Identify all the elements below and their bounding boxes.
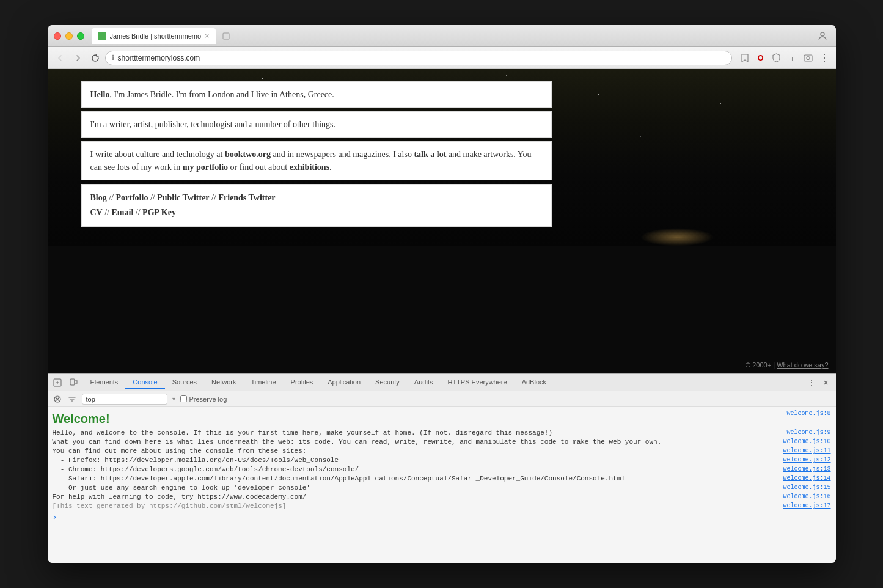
- secure-icon: ℹ: [112, 54, 114, 62]
- svg-point-3: [807, 57, 810, 60]
- tab-application[interactable]: Application: [320, 376, 368, 389]
- devtools-toolbar: Elements Console Sources Network Timelin…: [48, 374, 836, 391]
- tab-favicon: [98, 32, 106, 40]
- tab-close-icon[interactable]: ×: [205, 32, 210, 40]
- svg-rect-6: [75, 380, 77, 384]
- filter-dropdown-arrow[interactable]: ▾: [172, 395, 175, 402]
- reload-button[interactable]: [89, 52, 101, 64]
- console-text: [This text generated by https://github.c…: [53, 502, 779, 510]
- tab-timeline[interactable]: Timeline: [243, 376, 283, 389]
- tab-sources[interactable]: Sources: [165, 376, 204, 389]
- intro-text-1: , I'm James Bridle. I'm from London and …: [109, 90, 334, 99]
- email-link[interactable]: Email: [112, 208, 134, 217]
- copyright-text: © 2000+ |: [746, 361, 777, 369]
- close-button[interactable]: [54, 32, 61, 40]
- devtools-panel: Elements Console Sources Network Timelin…: [48, 373, 836, 563]
- box3-after2: or find out about: [228, 163, 290, 172]
- pgp-key-link[interactable]: PGP Key: [142, 208, 176, 217]
- maximize-button[interactable]: [77, 32, 84, 40]
- intro-box-3: I write about culture and technology at …: [81, 141, 552, 180]
- console-filter-button[interactable]: [67, 394, 77, 404]
- console-line: - Firefox: https://developer.mozilla.org…: [48, 456, 836, 465]
- back-button[interactable]: [53, 51, 67, 65]
- tab-elements[interactable]: Elements: [83, 376, 126, 389]
- tab-security[interactable]: Security: [368, 376, 407, 389]
- devtools-inspect-icon[interactable]: [51, 377, 64, 389]
- browser-menu-button[interactable]: ⋮: [818, 51, 831, 65]
- console-prompt[interactable]: ›: [48, 511, 836, 523]
- forward-button[interactable]: [71, 51, 86, 65]
- address-bar[interactable]: ℹ shortttermemoryloss.com: [105, 51, 732, 65]
- svg-rect-2: [804, 55, 812, 61]
- console-text: What you can find down here is what lies…: [53, 438, 779, 446]
- devtools-close-button[interactable]: ×: [820, 377, 832, 389]
- links-box: Blog // Portfolio // Public Twitter // F…: [81, 184, 552, 227]
- tab-bar: James Bridle | shorttermmemo ×: [92, 28, 815, 44]
- copyright-link[interactable]: What do we say?: [777, 361, 828, 369]
- console-text: - Or just use any search engine to look …: [53, 484, 779, 491]
- console-file-ref[interactable]: welcome.js:15: [783, 484, 830, 491]
- talk-a-lot-text: talk a lot: [414, 150, 446, 159]
- console-line: Welcome! welcome.js:8: [48, 410, 836, 428]
- console-line: For help with learning to code, try http…: [48, 493, 836, 502]
- friends-twitter-link[interactable]: Friends Twitter: [218, 193, 275, 202]
- browser-window: James Bridle | shorttermmemo ×: [48, 25, 836, 563]
- console-line: - Safari: https://developer.apple.com/li…: [48, 474, 836, 483]
- console-file-ref[interactable]: welcome.js:17: [783, 502, 830, 509]
- console-text: Hello, and welcome to the console. If th…: [53, 429, 782, 436]
- console-file-ref[interactable]: welcome.js:14: [783, 475, 830, 482]
- content-area: Hello, I'm James Bridle. I'm from London…: [81, 81, 552, 227]
- cv-link[interactable]: CV: [90, 208, 103, 217]
- tab-adblock[interactable]: AdBlock: [515, 376, 554, 389]
- opera-icon[interactable]: O: [754, 51, 768, 65]
- console-file-ref[interactable]: welcome.js:16: [783, 493, 830, 500]
- console-file-ref[interactable]: welcome.js:12: [783, 457, 830, 463]
- console-input[interactable]: [59, 512, 830, 522]
- tab-audits[interactable]: Audits: [407, 376, 441, 389]
- console-text: - Firefox: https://developer.mozilla.org…: [53, 457, 779, 464]
- nav-bar: ℹ shortttermemoryloss.com O i: [48, 47, 836, 69]
- horizon-glow: [640, 228, 714, 246]
- console-file-ref[interactable]: welcome.js:10: [783, 438, 830, 445]
- console-file-ref[interactable]: welcome.js:13: [783, 466, 830, 472]
- nav-icons: O i ⋮: [738, 51, 831, 65]
- console-file-ref[interactable]: welcome.js:11: [783, 447, 830, 454]
- browser-tab[interactable]: James Bridle | shorttermmemo ×: [92, 28, 216, 44]
- box3-end: .: [329, 163, 332, 172]
- devtools-right-buttons: ⋮ ×: [805, 377, 832, 389]
- preserve-log-checkbox[interactable]: [180, 395, 187, 402]
- copyright: © 2000+ | What do we say?: [746, 361, 828, 369]
- console-file-ref[interactable]: welcome.js:8: [786, 410, 830, 417]
- new-tab-button[interactable]: [218, 28, 234, 44]
- snapshot-icon[interactable]: [802, 51, 815, 65]
- tab-https[interactable]: HTTPS Everywhere: [440, 376, 514, 389]
- console-line: - Chrome: https://developers.google.com/…: [48, 465, 836, 474]
- shield-icon[interactable]: [770, 51, 783, 65]
- tab-profiles[interactable]: Profiles: [284, 376, 321, 389]
- console-welcome-header: Welcome!: [53, 410, 782, 427]
- minimize-button[interactable]: [65, 32, 73, 40]
- title-bar: James Bridle | shorttermmemo ×: [48, 25, 836, 47]
- window-controls: [815, 29, 830, 43]
- console-clear-button[interactable]: [53, 394, 62, 404]
- public-twitter-link[interactable]: Public Twitter: [157, 193, 209, 202]
- tab-title: James Bridle | shorttermmemo: [110, 32, 202, 40]
- devtools-device-icon[interactable]: [67, 377, 79, 389]
- portfolio-link[interactable]: my portfolio: [183, 163, 228, 172]
- tab-console[interactable]: Console: [125, 376, 164, 389]
- tab-network[interactable]: Network: [204, 376, 243, 389]
- preserve-log-label: Preserve log: [180, 395, 227, 403]
- console-line: - Or just use any search engine to look …: [48, 483, 836, 493]
- booktwo-link[interactable]: booktwo.org: [225, 150, 271, 159]
- bookmark-icon[interactable]: [738, 51, 752, 65]
- console-filter-input[interactable]: [82, 394, 167, 405]
- intro-box-2: I'm a writer, artist, publisher, technol…: [81, 111, 552, 138]
- svg-rect-5: [70, 379, 75, 385]
- vpn-icon[interactable]: i: [786, 51, 799, 65]
- portfolio-link-2[interactable]: Portfolio: [116, 193, 148, 202]
- console-text: You can find out more about using the co…: [53, 447, 779, 455]
- blog-link[interactable]: Blog: [90, 193, 107, 202]
- console-file-ref[interactable]: welcome.js:9: [786, 429, 830, 436]
- devtools-more-button[interactable]: ⋮: [805, 377, 818, 389]
- exhibitions-text: exhibitions: [290, 163, 329, 172]
